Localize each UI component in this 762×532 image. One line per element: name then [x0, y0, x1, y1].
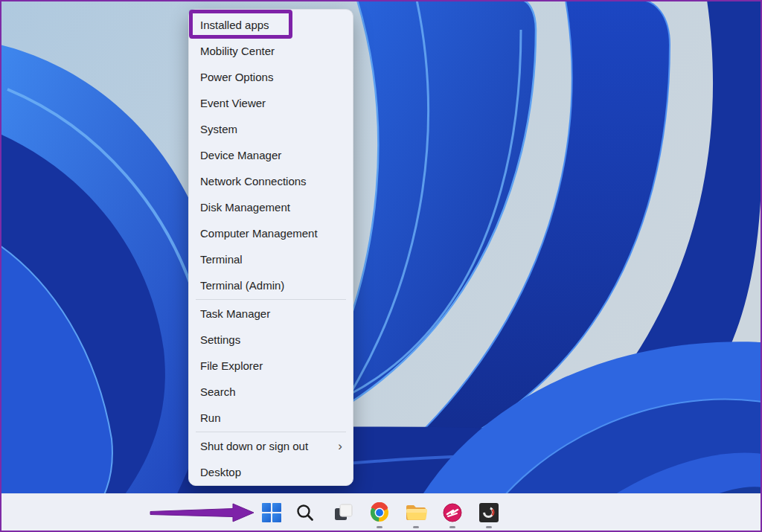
menu-item-search[interactable]: Search: [189, 379, 353, 405]
menu-item-network-connections[interactable]: Network Connections: [189, 168, 353, 194]
menu-item-label: Terminal (Admin): [200, 279, 284, 292]
running-indicator: [449, 526, 455, 528]
running-indicator: [413, 526, 419, 528]
winx-menu: Installed apps Mobility Center Power Opt…: [188, 9, 353, 486]
menu-item-task-manager[interactable]: Task Manager: [189, 301, 353, 327]
menu-item-disk-management[interactable]: Disk Management: [189, 194, 353, 220]
menu-item-file-explorer[interactable]: File Explorer: [189, 353, 353, 379]
menu-item-terminal-admin[interactable]: Terminal (Admin): [189, 272, 353, 298]
menu-item-label: Network Connections: [200, 175, 307, 188]
folder-icon: [405, 503, 427, 522]
menu-item-settings[interactable]: Settings: [189, 327, 353, 353]
chevron-right-icon: ›: [338, 440, 342, 452]
menu-item-label: File Explorer: [200, 359, 263, 372]
desktop-wallpaper: [0, 0, 762, 532]
menu-item-run[interactable]: Run: [189, 405, 353, 431]
menu-item-label: System: [200, 123, 237, 135]
menu-item-label: Computer Management: [200, 227, 318, 240]
menu-item-computer-management[interactable]: Computer Management: [189, 220, 353, 246]
red-circle-app-button[interactable]: [438, 496, 467, 529]
dark-camera-app-icon: [478, 502, 499, 523]
menu-separator: [196, 432, 346, 432]
dark-camera-app-button[interactable]: [474, 496, 504, 529]
search-icon: [295, 503, 315, 522]
menu-item-label: Terminal: [200, 253, 243, 266]
menu-item-label: Device Manager: [200, 149, 281, 161]
menu-item-power-options[interactable]: Power Options: [189, 64, 353, 90]
start-button[interactable]: [257, 496, 286, 529]
screenshot-root: Installed apps Mobility Center Power Opt…: [0, 0, 762, 532]
menu-item-label: Settings: [200, 333, 240, 346]
task-view-button[interactable]: [328, 496, 358, 529]
menu-item-label: Task Manager: [200, 307, 270, 320]
chrome-icon: [369, 502, 390, 523]
menu-item-device-manager[interactable]: Device Manager: [189, 142, 353, 168]
menu-item-desktop[interactable]: Desktop: [189, 459, 353, 485]
menu-item-label: Search: [200, 385, 236, 398]
menu-item-shut-down-or-sign-out[interactable]: Shut down or sign out ›: [189, 433, 353, 459]
menu-item-label: Event Viewer: [200, 97, 266, 109]
taskbar: [0, 493, 762, 531]
running-indicator: [486, 526, 492, 528]
menu-item-label: Run: [200, 411, 221, 424]
menu-item-mobility-center[interactable]: Mobility Center: [189, 38, 353, 64]
menu-item-installed-apps[interactable]: Installed apps: [189, 12, 353, 38]
task-view-icon: [333, 503, 353, 523]
file-explorer-button[interactable]: [401, 496, 431, 529]
chrome-button[interactable]: [365, 496, 394, 529]
running-indicator: [377, 526, 382, 528]
menu-item-label: Mobility Center: [200, 45, 275, 57]
menu-item-label: Installed apps: [200, 19, 269, 31]
menu-item-terminal[interactable]: Terminal: [189, 246, 353, 272]
red-circle-app-icon: [442, 502, 463, 523]
menu-item-event-viewer[interactable]: Event Viewer: [189, 90, 353, 116]
menu-item-label: Power Options: [200, 71, 273, 83]
taskbar-search-button[interactable]: [290, 496, 320, 529]
menu-item-label: Shut down or sign out: [200, 440, 308, 452]
menu-item-label: Disk Management: [200, 201, 290, 214]
windows-logo-icon: [262, 503, 281, 522]
menu-item-system[interactable]: System: [189, 116, 353, 142]
menu-item-label: Desktop: [200, 466, 241, 478]
menu-separator: [196, 299, 346, 300]
